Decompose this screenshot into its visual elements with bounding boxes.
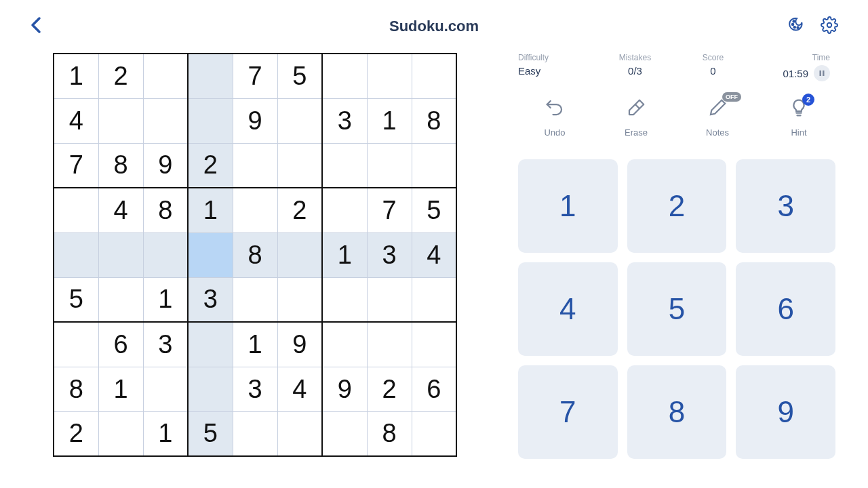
numkey-4[interactable]: 4	[518, 262, 618, 356]
cell-r3-c6[interactable]	[322, 188, 367, 232]
cell-r1-c1[interactable]	[98, 98, 143, 143]
cell-r3-c5[interactable]: 2	[277, 188, 322, 232]
cell-r5-c8[interactable]	[412, 277, 456, 322]
cell-r0-c5[interactable]: 5	[277, 54, 322, 98]
cell-r5-c1[interactable]	[98, 277, 143, 322]
cell-r4-c5[interactable]	[277, 232, 322, 277]
cell-r4-c8[interactable]: 4	[412, 232, 456, 277]
cell-r0-c6[interactable]	[322, 54, 367, 98]
cell-r1-c8[interactable]: 8	[412, 98, 456, 143]
cell-r5-c5[interactable]	[277, 277, 322, 322]
cell-r7-c6[interactable]: 9	[322, 367, 367, 411]
notes-button[interactable]: OFF Notes	[689, 98, 746, 138]
cell-r8-c4[interactable]	[233, 411, 277, 456]
cell-r1-c2[interactable]	[143, 98, 188, 143]
cell-r4-c4[interactable]: 8	[233, 232, 277, 277]
cell-r1-c6[interactable]: 3	[322, 98, 367, 143]
cell-r6-c6[interactable]	[322, 322, 367, 367]
cell-r1-c5[interactable]	[277, 98, 322, 143]
cell-r4-c6[interactable]: 1	[322, 232, 367, 277]
cell-r5-c2[interactable]: 1	[143, 277, 188, 322]
cell-r2-c7[interactable]	[367, 143, 412, 188]
cell-r2-c5[interactable]	[277, 143, 322, 188]
erase-button[interactable]: Erase	[608, 98, 665, 138]
cell-r7-c1[interactable]: 1	[98, 367, 143, 411]
notes-badge: OFF	[722, 92, 741, 102]
cell-r7-c2[interactable]	[143, 367, 188, 411]
cell-r8-c0[interactable]: 2	[54, 411, 98, 456]
cell-r5-c6[interactable]	[322, 277, 367, 322]
cell-r6-c4[interactable]: 1	[233, 322, 277, 367]
cell-r1-c4[interactable]: 9	[233, 98, 277, 143]
cell-r5-c4[interactable]	[233, 277, 277, 322]
cell-r3-c7[interactable]: 7	[367, 188, 412, 232]
cell-r4-c3[interactable]	[188, 232, 233, 277]
cell-r4-c7[interactable]: 3	[367, 232, 412, 277]
cell-r8-c5[interactable]	[277, 411, 322, 456]
cell-r7-c3[interactable]	[188, 367, 233, 411]
cell-r5-c7[interactable]	[367, 277, 412, 322]
cell-r4-c2[interactable]	[143, 232, 188, 277]
numkey-2[interactable]: 2	[627, 159, 727, 253]
cell-r6-c7[interactable]	[367, 322, 412, 367]
cell-r0-c8[interactable]	[412, 54, 456, 98]
numkey-9[interactable]: 9	[736, 365, 835, 459]
cell-r8-c2[interactable]: 1	[143, 411, 188, 456]
numkey-7[interactable]: 7	[518, 365, 618, 459]
cell-r2-c4[interactable]	[233, 143, 277, 188]
cell-r3-c1[interactable]: 4	[98, 188, 143, 232]
numkey-8[interactable]: 8	[627, 365, 727, 459]
back-button[interactable]	[30, 16, 42, 37]
cell-r0-c0[interactable]: 1	[54, 54, 98, 98]
numkey-6[interactable]: 6	[736, 262, 835, 356]
numkey-1[interactable]: 1	[518, 159, 618, 253]
cell-r7-c0[interactable]: 8	[54, 367, 98, 411]
cell-r7-c5[interactable]: 4	[277, 367, 322, 411]
cell-r3-c3[interactable]: 1	[188, 188, 233, 232]
cell-r0-c1[interactable]: 2	[98, 54, 143, 98]
cell-r0-c3[interactable]	[188, 54, 233, 98]
pause-button[interactable]	[814, 65, 830, 81]
cell-r0-c2[interactable]	[143, 54, 188, 98]
numkey-5[interactable]: 5	[627, 262, 727, 356]
undo-button[interactable]: Undo	[526, 98, 583, 138]
cell-r0-c4[interactable]: 7	[233, 54, 277, 98]
cell-r4-c1[interactable]	[98, 232, 143, 277]
cell-r3-c8[interactable]: 5	[412, 188, 456, 232]
cell-r7-c8[interactable]: 6	[412, 367, 456, 411]
cell-r7-c4[interactable]: 3	[233, 367, 277, 411]
cell-r8-c3[interactable]: 5	[188, 411, 233, 456]
settings-icon[interactable]	[821, 16, 838, 37]
cell-r2-c0[interactable]: 7	[54, 143, 98, 188]
cell-r2-c6[interactable]	[322, 143, 367, 188]
cell-r0-c7[interactable]	[367, 54, 412, 98]
cell-r3-c0[interactable]	[54, 188, 98, 232]
cell-r2-c3[interactable]: 2	[188, 143, 233, 188]
numkey-3[interactable]: 3	[736, 159, 835, 253]
cell-r1-c3[interactable]	[188, 98, 233, 143]
cell-r8-c1[interactable]	[98, 411, 143, 456]
cell-r6-c0[interactable]	[54, 322, 98, 367]
cell-r8-c7[interactable]: 8	[367, 411, 412, 456]
cell-r6-c1[interactable]: 6	[98, 322, 143, 367]
cell-r6-c5[interactable]: 9	[277, 322, 322, 367]
cell-r2-c1[interactable]: 8	[98, 143, 143, 188]
cell-r6-c2[interactable]: 3	[143, 322, 188, 367]
cell-r4-c0[interactable]	[54, 232, 98, 277]
cell-r6-c3[interactable]	[188, 322, 233, 367]
theme-icon[interactable]	[788, 16, 806, 37]
cell-r5-c0[interactable]: 5	[54, 277, 98, 322]
cell-r6-c8[interactable]	[412, 322, 456, 367]
cell-r1-c7[interactable]: 1	[367, 98, 412, 143]
cell-r2-c8[interactable]	[412, 143, 456, 188]
cell-r7-c7[interactable]: 2	[367, 367, 412, 411]
cell-r5-c3[interactable]: 3	[188, 277, 233, 322]
cell-r1-c0[interactable]: 4	[54, 98, 98, 143]
stat-mistakes: Mistakes 0/3	[596, 53, 674, 77]
cell-r2-c2[interactable]: 9	[143, 143, 188, 188]
cell-r8-c6[interactable]	[322, 411, 367, 456]
cell-r3-c4[interactable]	[233, 188, 277, 232]
hint-button[interactable]: 2 Hint	[770, 98, 827, 138]
cell-r8-c8[interactable]	[412, 411, 456, 456]
cell-r3-c2[interactable]: 8	[143, 188, 188, 232]
